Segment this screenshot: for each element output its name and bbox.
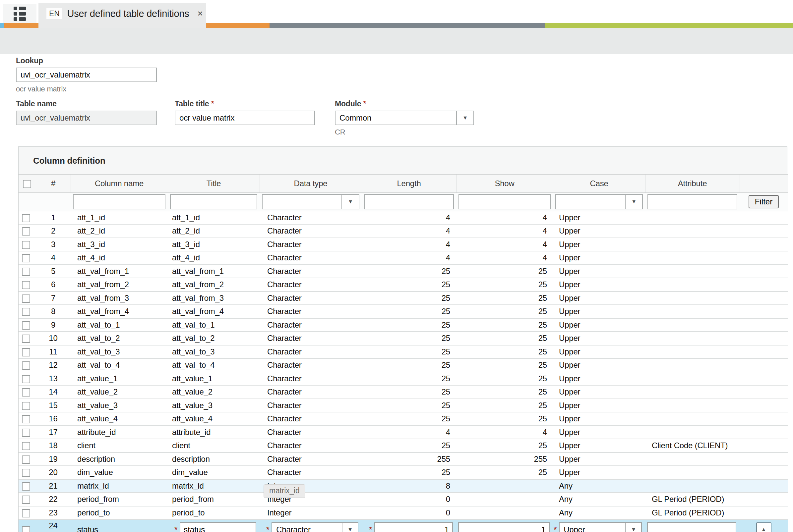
cell-show: 25 [456,291,553,305]
table-row[interactable]: 18 client client Character 25 25 Upper C… [19,439,788,453]
row-checkbox[interactable] [22,415,30,423]
cell-case: Upper [553,318,645,332]
table-row[interactable]: 3 att_3_id att_3_id Character 4 4 Upper [19,238,788,251]
cell-column-name: attribute_id [71,426,168,439]
row-checkbox[interactable] [22,254,30,262]
cell-case: Upper [553,466,645,479]
row-checkbox[interactable] [22,241,30,249]
table-row[interactable]: 11 att_val_to_3 att_val_to_3 Character 2… [19,345,788,359]
required-marker: * [369,525,372,532]
table-row[interactable]: 19 description description Character 255… [19,453,788,466]
row-checkbox[interactable] [22,321,30,329]
cell-data-type: Character [260,305,362,318]
table-row[interactable]: 6 att_val_from_2 att_val_from_2 Characte… [19,278,788,291]
required-marker: * [174,525,177,532]
select-all-checkbox[interactable] [23,180,31,188]
filter-length-cell [362,193,456,211]
filter-title-input[interactable] [170,194,257,209]
cell-number: 24 [36,519,71,532]
cell-column-name: att_val_from_2 [71,278,168,291]
row-checkbox[interactable] [22,268,30,276]
row-checkbox[interactable] [22,227,30,235]
filter-button[interactable]: Filter [749,195,779,208]
collapse-row-button[interactable]: ▲ [756,522,772,532]
table-row[interactable]: 20 dim_value dim_value Character 25 25 U… [19,466,788,479]
row-checkbox[interactable] [22,496,30,504]
table-row[interactable]: 23 period_to period_to Integer 0 Any GL … [19,506,788,520]
table-row[interactable]: 7 att_val_from_3 att_val_from_3 Characte… [19,291,788,305]
row-checkbox[interactable] [22,455,30,464]
cell-show: 25 [456,412,553,426]
filter-show-input[interactable] [459,194,551,209]
row-checkbox[interactable] [22,402,30,410]
cell-data-type: Character [260,358,362,372]
cell-action [740,305,788,318]
row-checkbox[interactable] [22,429,30,437]
table-row[interactable]: 10 att_val_to_2 att_val_to_2 Character 2… [19,331,788,345]
cell-case: Upper [553,412,645,426]
filter-length-input[interactable] [364,194,454,209]
tab-close-icon[interactable]: × [198,9,203,18]
edit-case-select[interactable]: Upper ▼ [559,522,642,532]
chevron-down-icon[interactable]: ▼ [625,195,642,209]
cell-case: Upper [553,224,645,238]
row-checkbox[interactable] [22,361,30,370]
module-select[interactable]: Common ▼ [335,111,474,125]
cell-show: 25 [456,372,553,385]
chevron-down-icon[interactable]: ▼ [625,523,641,532]
edit-row[interactable]: 24 status * * Character ▼ [19,519,788,532]
cell-column-name: period_to [71,506,168,520]
row-checkbox[interactable] [22,375,30,383]
table-row[interactable]: 1 att_1_id att_1_id Character 4 4 Upper [19,211,788,225]
edit-length-input[interactable] [374,522,453,532]
filter-data-type-select[interactable]: ▼ [262,194,359,209]
table-row[interactable]: 17 attribute_id attribute_id Character 4… [19,426,788,439]
row-checkbox[interactable] [22,526,30,532]
table-row[interactable]: 9 att_val_to_1 att_val_to_1 Character 25… [19,318,788,332]
row-checkbox[interactable] [22,214,30,222]
row-checkbox[interactable] [22,388,30,397]
lookup-input[interactable] [16,68,157,82]
cell-data-type: Character [260,211,362,225]
menu-button[interactable] [3,4,36,23]
edit-title-input[interactable] [180,522,256,532]
filter-case-select[interactable]: ▼ [555,194,643,209]
table-row[interactable]: 5 att_val_from_1 att_val_from_1 Characte… [19,265,788,278]
table-row[interactable]: 8 att_val_from_4 att_val_from_4 Characte… [19,305,788,318]
table-row[interactable]: 4 att_4_id att_4_id Character 4 4 Upper [19,251,788,265]
table-row[interactable]: 14 att_value_2 att_value_2 Character 25 … [19,385,788,399]
row-checkbox[interactable] [22,348,30,357]
row-checkbox[interactable] [22,281,30,289]
cell-data-type: Character [260,372,362,385]
table-row[interactable]: 13 att_value_1 att_value_1 Character 25 … [19,372,788,385]
row-checkbox[interactable] [22,509,30,517]
table-title-input[interactable] [175,111,315,125]
row-checkbox[interactable] [22,294,30,303]
required-marker: * [554,525,557,532]
lookup-field-group: Lookup ocr value matrix [16,56,793,93]
row-checkbox[interactable] [22,482,30,491]
edit-attribute-input[interactable] [647,522,736,532]
table-row[interactable]: 15 att_value_3 att_value_3 Character 25 … [19,399,788,413]
cell-number: 3 [36,238,71,251]
row-checkbox[interactable] [22,335,30,343]
edit-show-input[interactable] [458,522,550,532]
cell-action [740,331,788,345]
chevron-up-icon: ▲ [761,526,767,532]
table-row[interactable]: 12 att_val_to_4 att_val_to_4 Character 2… [19,358,788,372]
tab-user-defined-table-definitions[interactable]: EN User defined table definitions × [38,3,206,28]
filter-column-name-input[interactable] [73,194,165,209]
row-checkbox[interactable] [22,308,30,316]
row-checkbox[interactable] [22,469,30,477]
edit-data-type-select[interactable]: Character ▼ [272,522,358,532]
cell-attribute: GL Period (PERIOD) [645,493,740,506]
chevron-down-icon[interactable]: ▼ [456,111,474,125]
row-checkbox[interactable] [22,442,30,450]
table-row[interactable]: 2 att_2_id att_2_id Character 4 4 Upper [19,224,788,238]
table-row[interactable]: 16 att_value_4 att_value_4 Character 25 … [19,412,788,426]
filter-attribute-input[interactable] [647,194,737,209]
chevron-down-icon[interactable]: ▼ [342,523,358,532]
chevron-down-icon[interactable]: ▼ [342,195,359,209]
table-row[interactable]: 21 matrix_id matrix_id Integer 8 Any [19,479,788,493]
table-row[interactable]: 22 period_from period_from Integer 0 Any… [19,493,788,506]
